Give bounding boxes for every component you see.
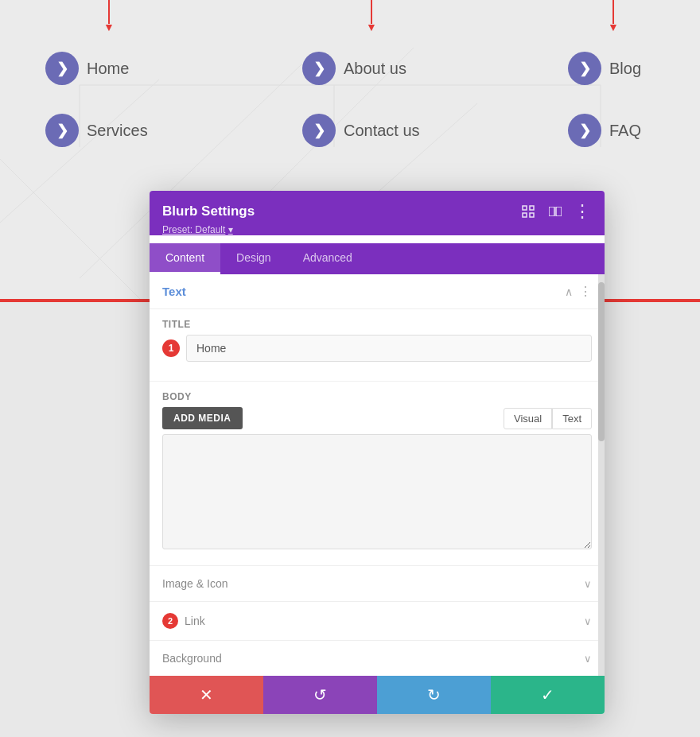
svg-rect-10 [523, 206, 527, 210]
tab-content[interactable]: Content [150, 243, 220, 274]
body-toolbar: ADD MEDIA Visual Text [162, 407, 592, 429]
redo-button[interactable]: ↻ [377, 676, 491, 714]
step-badge-2: 2 [162, 613, 178, 629]
preset-dropdown-icon[interactable]: ▾ [228, 224, 233, 235]
section-collapse-icon[interactable]: ∧ [565, 285, 573, 298]
action-bar: ✕ ↺ ↻ ✓ [150, 676, 605, 714]
view-text-button[interactable]: Text [552, 408, 592, 429]
svg-rect-14 [549, 207, 554, 216]
background-section[interactable]: Background ∨ [150, 640, 605, 676]
nav-circle-blog[interactable]: ❯ [568, 52, 601, 85]
nav-node-blog[interactable]: ❯ Blog [568, 52, 641, 85]
nav-circle-about[interactable]: ❯ [302, 52, 336, 85]
fields-area: Title 1 [150, 309, 605, 381]
undo-button[interactable]: ↺ [263, 676, 377, 714]
nav-label-faq: FAQ [609, 122, 641, 140]
panel-scroll-container: Text ∧ ⋮ Title 1 Body ADD MEDIA Visual T… [150, 274, 605, 714]
layout-icon[interactable] [546, 202, 565, 221]
add-media-button[interactable]: ADD MEDIA [162, 407, 243, 429]
blurb-settings-panel: Blurb Settings ⋮ [150, 191, 605, 714]
svg-rect-13 [530, 213, 534, 217]
panel-title: Blurb Settings [162, 204, 255, 219]
nav-node-contact[interactable]: ❯ Contact us [302, 114, 420, 147]
view-toggle: Visual Text [504, 408, 592, 429]
title-field-label: Title [162, 319, 592, 330]
nav-label-services: Services [87, 122, 148, 140]
image-icon-label: Image & Icon [162, 577, 228, 590]
save-button[interactable]: ✓ [491, 676, 605, 714]
tab-design[interactable]: Design [220, 243, 287, 274]
nav-node-home[interactable]: ❯ Home [45, 52, 129, 85]
section-controls: ∧ ⋮ [565, 284, 592, 299]
section-options-icon[interactable]: ⋮ [579, 284, 592, 299]
title-input[interactable] [186, 335, 592, 362]
link-label: 2 Link [162, 613, 205, 629]
body-section: Body ADD MEDIA Visual Text [150, 381, 605, 565]
background-label: Background [162, 652, 222, 665]
body-textarea[interactable] [162, 434, 592, 549]
nav-label-about: About us [344, 60, 406, 78]
panel-tabs: Content Design Advanced [150, 243, 605, 274]
arrow-blog [608, 0, 619, 33]
nav-node-faq[interactable]: ❯ FAQ [568, 114, 641, 147]
background-chevron: ∨ [584, 653, 592, 665]
nav-node-about[interactable]: ❯ About us [302, 52, 406, 85]
image-icon-section[interactable]: Image & Icon ∨ [150, 565, 605, 601]
svg-line-9 [0, 159, 143, 302]
svg-rect-12 [523, 213, 527, 217]
nav-label-contact: Contact us [344, 122, 420, 140]
panel-header: Blurb Settings ⋮ [150, 191, 605, 235]
scrollbar-track [598, 274, 605, 676]
nav-circle-contact[interactable]: ❯ [302, 114, 336, 147]
more-options-icon[interactable]: ⋮ [573, 202, 592, 221]
fullscreen-icon[interactable] [519, 202, 538, 221]
nav-circle-faq[interactable]: ❯ [568, 114, 601, 147]
svg-rect-15 [556, 207, 562, 216]
title-input-row: 1 [162, 335, 592, 362]
svg-rect-11 [530, 206, 534, 210]
body-field-label: Body [162, 391, 592, 402]
arrow-about [366, 0, 377, 33]
tab-advanced[interactable]: Advanced [287, 243, 368, 274]
nav-circle-home[interactable]: ❯ [45, 52, 79, 85]
nav-label-blog: Blog [609, 60, 641, 78]
step-badge-1: 1 [162, 339, 180, 357]
nav-circle-services[interactable]: ❯ [45, 114, 79, 147]
scrollbar-thumb[interactable] [598, 282, 605, 441]
nav-label-home: Home [87, 60, 129, 78]
view-visual-button[interactable]: Visual [504, 408, 552, 429]
link-chevron: ∨ [584, 615, 592, 627]
arrow-home [103, 0, 115, 33]
link-section[interactable]: 2 Link ∨ [150, 601, 605, 640]
text-section-header: Text ∧ ⋮ [150, 274, 605, 309]
image-icon-chevron: ∨ [584, 578, 592, 590]
panel-preset: Preset: Default ▾ [162, 224, 592, 235]
section-title-text: Text [162, 285, 186, 298]
preset-link[interactable]: Preset: Default [162, 224, 225, 235]
nav-node-services[interactable]: ❯ Services [45, 114, 148, 147]
cancel-button[interactable]: ✕ [150, 676, 263, 714]
panel-header-icons: ⋮ [519, 202, 592, 221]
